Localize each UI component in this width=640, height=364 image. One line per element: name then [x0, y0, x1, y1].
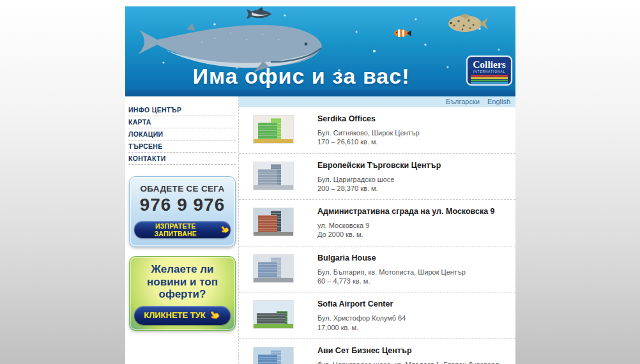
send-inquiry-button[interactable]: ИЗПРАТЕТЕ ЗАПИТВАНЕ: [134, 221, 231, 238]
listing-thumb[interactable]: [253, 115, 294, 144]
click-here-label: КЛИКНЕТЕ ТУК: [144, 310, 206, 320]
thumb-layer-ta: [257, 313, 286, 323]
hand-cursor-icon: [220, 224, 231, 235]
send-inquiry-label: ИЗПРАТЕТЕ ЗАПИТВАНЕ: [134, 222, 217, 238]
call-now-title: ОБАДЕТЕ СЕ СЕГА: [130, 184, 235, 193]
page: Colliers INTERNATIONAL Има офис и за вас…: [125, 6, 515, 364]
sidebar-item-map[interactable]: КАРТА: [128, 116, 236, 128]
listing-address: Бул. Ситняково, Широк Център: [317, 128, 420, 137]
colliers-wordmark: Colliers: [473, 59, 506, 70]
listing-row: Европейски Търговски ЦентърБул. Цариград…: [239, 154, 515, 201]
listing-row: Административна сграда на ул. Московска …: [239, 200, 515, 246]
banner-headline: Има офис и за вас!: [125, 64, 477, 89]
listing-title[interactable]: Bulgaria House: [317, 254, 466, 262]
hand-cursor-icon: [209, 309, 221, 321]
listing-area: 17,000 кв. м.: [317, 323, 406, 332]
listings-list: Serdika OfficesБул. Ситняково, Широк Цен…: [239, 107, 515, 364]
thumb-layer-tg: [254, 278, 293, 282]
listing-title[interactable]: Европейски Търговски Център: [317, 161, 441, 170]
listing-info: Bulgaria HouseБул. България, кв. Мотопис…: [317, 254, 466, 286]
thumb-layer-ta: [258, 123, 277, 139]
listing-address: Бул. Христофор Колумб 64: [317, 314, 406, 322]
sidebar-item-search[interactable]: ТЪРСЕНЕ: [128, 140, 236, 153]
phone-number: 976 9 976: [130, 195, 235, 215]
content: ИНФО ЦЕНТЪРКАРТАЛОКАЦИИТЪРСЕНЕКОНТАКТИ О…: [125, 96, 515, 364]
clownfish-icon: [394, 29, 411, 37]
call-now-box: ОБАДЕТЕ СЕ СЕГА 976 9 976 ИЗПРАТЕТЕ ЗАПИ…: [129, 176, 236, 247]
language-link-english[interactable]: English: [487, 98, 510, 105]
newsletter-question: Желаете ли новини и топ оферти?: [138, 263, 227, 301]
listing-thumb[interactable]: [253, 254, 294, 283]
thumb-layer-tg: [254, 324, 293, 329]
listing-thumb[interactable]: [253, 162, 294, 190]
banner-bottom-bar: [125, 89, 515, 96]
listing-row: Sofia Airport CenterБул. Христофор Колум…: [239, 292, 515, 339]
sidebar-item-info-center[interactable]: ИНФО ЦЕНТЪР: [128, 104, 236, 116]
listing-area: 200 – 28,370 кв. м.: [317, 184, 441, 193]
banner: Colliers INTERNATIONAL Има офис и за вас…: [125, 6, 515, 89]
sidebar: ИНФО ЦЕНТЪРКАРТАЛОКАЦИИТЪРСЕНЕКОНТАКТИ О…: [125, 96, 238, 364]
thumb-layer-ta: [258, 262, 277, 278]
language-bar: БългарскиEnglish: [239, 96, 515, 107]
listing-title[interactable]: Sofia Airport Center: [317, 300, 406, 308]
viewport: Colliers INTERNATIONAL Има офис и за вас…: [0, 0, 640, 364]
colliers-subtitle: INTERNATIONAL: [473, 70, 506, 73]
thumb-layer-ta: [258, 215, 277, 231]
listing-info: Европейски Търговски ЦентърБул. Цариград…: [317, 161, 441, 193]
newsletter-box: Желаете ли новини и топ оферти? КЛИКНЕТЕ…: [129, 256, 236, 331]
listing-info: Ави Сет Бизнес Центърбул. Цариградсо шос…: [317, 346, 499, 364]
thumb-layer-tg: [254, 185, 293, 189]
listing-address: Бул. България, кв. Мотописта, Широк Цент…: [317, 268, 466, 277]
listing-thumb[interactable]: [253, 300, 294, 329]
listing-row: Ави Сет Бизнес Центърбул. Цариградсо шос…: [239, 339, 515, 364]
listing-title[interactable]: Serdika Offices: [317, 114, 420, 123]
listing-area: 170 – 26,610 кв. м.: [317, 137, 420, 146]
sidebar-item-locations[interactable]: ЛОКАЦИИ: [128, 128, 236, 140]
listing-title[interactable]: Ави Сет Бизнес Център: [317, 346, 499, 355]
main-column: БългарскиEnglish Serdika OfficesБул. Сит…: [238, 96, 515, 364]
listing-title[interactable]: Административна сграда на ул. Московска …: [317, 207, 495, 216]
listing-thumb[interactable]: [253, 347, 294, 364]
thumb-layer-ta: [258, 354, 277, 364]
listing-info: Sofia Airport CenterБул. Христофор Колум…: [317, 300, 406, 332]
listing-thumb[interactable]: [253, 208, 294, 236]
listing-address: Бул. Цариградско шосе: [317, 175, 441, 184]
listing-info: Serdika OfficesБул. Ситняково, Широк Цен…: [317, 114, 420, 147]
language-link-bulgarian[interactable]: Български: [446, 98, 480, 105]
listing-row: Bulgaria HouseБул. България, кв. Мотопис…: [239, 246, 515, 293]
thumb-layer-ta: [258, 169, 277, 185]
thumb-layer-tg: [254, 232, 293, 236]
listing-area: До 2000 кв. м.: [317, 230, 495, 239]
thumb-layer-tg: [254, 139, 293, 143]
sidebar-item-contacts[interactable]: КОНТАКТИ: [128, 153, 236, 165]
listing-info: Административна сграда на ул. Московска …: [317, 207, 495, 239]
listing-address: бул. Цариградсо шосе, кв. Младост 1, Гла…: [317, 360, 499, 364]
tuna-fish-icon: [247, 7, 271, 19]
spotted-fish-icon: [448, 14, 488, 32]
listing-address: ул. Московска 9: [317, 221, 495, 230]
click-here-button[interactable]: КЛИКНЕТЕ ТУК: [134, 306, 231, 325]
listing-row: Serdika OfficesБул. Ситняково, Широк Цен…: [239, 107, 515, 154]
sidebar-menu: ИНФО ЦЕНТЪРКАРТАЛОКАЦИИТЪРСЕНЕКОНТАКТИ: [128, 104, 236, 165]
listing-area: 60 – 4,773 кв. м.: [317, 277, 466, 285]
